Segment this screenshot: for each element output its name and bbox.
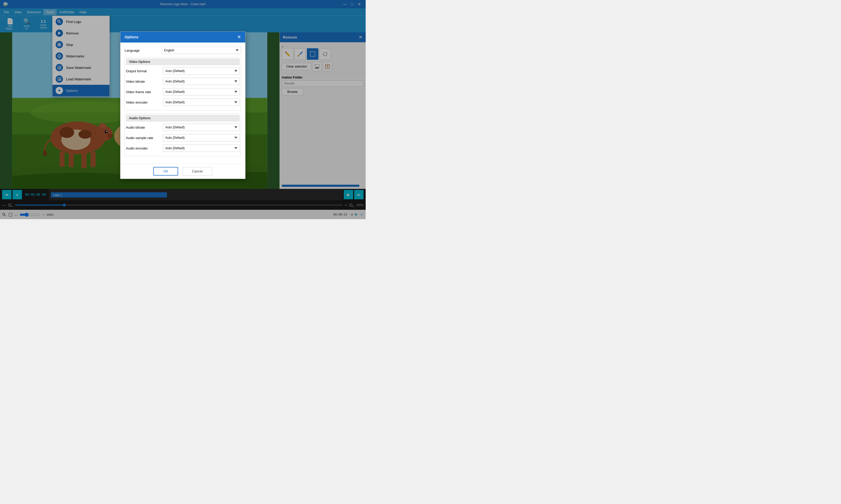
ok-button[interactable]: OK: [153, 167, 178, 176]
video-bitrate-label: Video bitrate: [126, 79, 160, 84]
video-bitrate-row: Video bitrate Auto (Default): [126, 78, 240, 85]
dialog-title: Options: [124, 35, 138, 39]
video-framerate-row: Video frame rate Auto (Default): [126, 88, 240, 95]
language-select[interactable]: English French German Spanish Russian: [162, 47, 241, 54]
audio-bitrate-row: Audio bitrate Auto (Default): [126, 124, 240, 131]
cancel-button[interactable]: Cancel: [182, 167, 212, 176]
dialog-close-button[interactable]: ✕: [237, 34, 241, 40]
audio-options-section: Audio Options Audio bitrate Auto (Defaul…: [124, 113, 241, 156]
video-framerate-select[interactable]: Auto (Default): [163, 88, 240, 95]
options-dialog: Options ✕ Language English French German…: [120, 31, 245, 179]
audio-encoder-row: Audio encoder Auto (Default): [126, 145, 240, 152]
audio-bitrate-select[interactable]: Auto (Default): [163, 124, 240, 131]
video-framerate-label: Video frame rate: [126, 90, 160, 94]
language-label: Language: [124, 49, 158, 52]
output-format-select[interactable]: Auto (Default): [163, 67, 240, 75]
audio-encoder-select[interactable]: Auto (Default): [163, 145, 240, 152]
video-encoder-row: Video encoder Auto (Default): [126, 98, 240, 106]
dialog-body: Language English French German Spanish R…: [120, 42, 245, 164]
output-format-label: Output format: [126, 69, 160, 73]
video-encoder-label: Video encoder: [126, 101, 160, 104]
video-options-section: Video Options Output format Auto (Defaul…: [124, 57, 241, 110]
audio-bitrate-label: Audio bitrate: [126, 125, 160, 129]
audio-section-header: Audio Options: [126, 115, 240, 122]
audio-samplerate-row: Audio sample rate Auto (Default): [126, 134, 240, 141]
video-bitrate-select[interactable]: Auto (Default): [163, 78, 240, 85]
language-row: Language English French German Spanish R…: [124, 47, 241, 54]
audio-encoder-label: Audio encoder: [126, 146, 160, 150]
audio-samplerate-label: Audio sample rate: [126, 136, 160, 140]
video-section-header: Video Options: [126, 58, 240, 65]
dialog-overlay: Options ✕ Language English French German…: [0, 0, 366, 219]
audio-samplerate-select[interactable]: Auto (Default): [163, 134, 240, 141]
dialog-footer: OK Cancel: [120, 164, 245, 179]
dialog-header: Options ✕: [120, 32, 245, 42]
video-encoder-select[interactable]: Auto (Default): [163, 98, 240, 106]
output-format-row: Output format Auto (Default): [126, 67, 240, 75]
